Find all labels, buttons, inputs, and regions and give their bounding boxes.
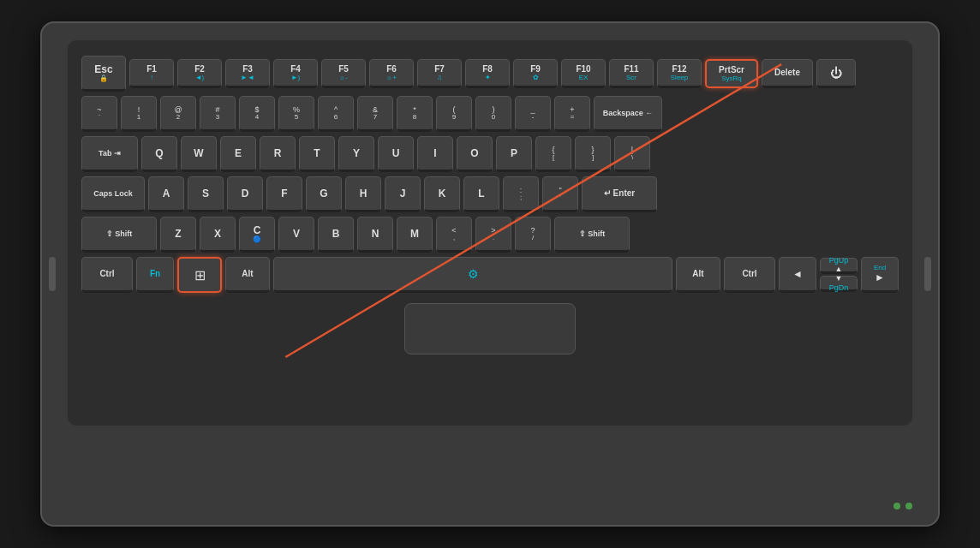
key-4[interactable]: $ 4 xyxy=(239,96,275,132)
key-l[interactable]: L xyxy=(463,176,499,212)
f4-sub: ►) xyxy=(291,74,301,81)
key-tab[interactable]: Tab ⇥ xyxy=(81,136,138,172)
key-u[interactable]: U xyxy=(378,136,414,172)
key-equals[interactable]: + = xyxy=(554,96,590,132)
key-w[interactable]: W xyxy=(181,136,217,172)
number-key-row: ~ ` ! 1 @ 2 # 3 $ 4 xyxy=(81,96,899,132)
key-p[interactable]: P xyxy=(496,136,532,172)
key-z[interactable]: Z xyxy=(160,217,196,253)
f9-sub: ✿ xyxy=(533,74,539,81)
key-n[interactable]: N xyxy=(357,217,393,253)
arrow-right-label: ► xyxy=(875,271,885,283)
key-win[interactable]: ⊞ xyxy=(177,257,222,293)
key-3[interactable]: # 3 xyxy=(200,96,236,132)
key-f10[interactable]: F10 EX xyxy=(561,59,606,88)
key-tilde[interactable]: ~ ` xyxy=(81,96,117,132)
key-5[interactable]: % 5 xyxy=(278,96,314,132)
key-delete[interactable]: Delete xyxy=(762,59,813,88)
j-label: J xyxy=(400,188,406,200)
quote-bottom: ' xyxy=(559,194,561,201)
key-alt-left[interactable]: Alt xyxy=(225,257,270,293)
key-semicolon[interactable]: : ; xyxy=(503,176,539,212)
key-f[interactable]: F xyxy=(266,176,302,212)
key-f4[interactable]: F4 ►) xyxy=(273,59,318,88)
a-label: A xyxy=(163,188,170,200)
key-f6[interactable]: F6 ☼+ xyxy=(369,59,414,88)
key-enter[interactable]: ↵ Enter xyxy=(582,176,657,212)
shiftr-label: ⇧ Shift xyxy=(579,229,606,239)
key-o[interactable]: O xyxy=(457,136,493,172)
key-slash[interactable]: ? / xyxy=(515,217,551,253)
key-g[interactable]: G xyxy=(306,176,342,212)
key-b[interactable]: B xyxy=(318,217,354,253)
key-f8[interactable]: F8 ✦ xyxy=(465,59,510,88)
key-comma[interactable]: < , xyxy=(436,217,472,253)
key-t[interactable]: T xyxy=(299,136,335,172)
key-q[interactable]: Q xyxy=(141,136,177,172)
key-arrow-left[interactable]: ◄ xyxy=(779,257,816,293)
q-label: Q xyxy=(155,147,163,159)
key-r[interactable]: R xyxy=(260,136,296,172)
v-label: V xyxy=(293,228,300,240)
key-d[interactable]: D xyxy=(227,176,263,212)
key0-bottom: 0 xyxy=(492,114,495,121)
touchpad[interactable] xyxy=(404,303,576,354)
key-f12[interactable]: F12 Sleep xyxy=(657,59,702,88)
key-7[interactable]: & 7 xyxy=(357,96,393,132)
key-arrow-right[interactable]: End ► xyxy=(861,257,899,293)
comma-bottom: , xyxy=(453,235,455,241)
key-minus[interactable]: _ - xyxy=(515,96,551,132)
key-f1[interactable]: F1 ↑ xyxy=(129,59,174,88)
rbracket-bottom: ] xyxy=(592,154,594,161)
key-capslock[interactable]: Caps Lock xyxy=(81,176,145,212)
r-label: R xyxy=(274,147,282,159)
key-ctrl-left[interactable]: Ctrl xyxy=(81,257,133,293)
key-shift-right[interactable]: ⇧ Shift xyxy=(554,217,630,253)
key-0[interactable]: ) 0 xyxy=(475,96,511,132)
key-prtscr[interactable]: PrtScr SysRq xyxy=(705,59,758,88)
key-f5[interactable]: F5 ☼- xyxy=(321,59,366,88)
key-6[interactable]: ^ 6 xyxy=(318,96,354,132)
key-arrow-down[interactable]: ▼ PgDn xyxy=(820,276,858,292)
key-ctrl-right[interactable]: Ctrl xyxy=(724,257,775,293)
key-y[interactable]: Y xyxy=(338,136,374,172)
key4-bottom: 4 xyxy=(255,114,259,121)
key-arrow-up[interactable]: PgUp ▲ xyxy=(820,258,858,274)
key-s[interactable]: S xyxy=(188,176,224,212)
key-i[interactable]: I xyxy=(417,136,453,172)
arrow-up-down-cluster: PgUp ▲ ▼ PgDn xyxy=(820,258,858,292)
key-9[interactable]: ( 9 xyxy=(436,96,472,132)
key-backspace[interactable]: Backspace ← xyxy=(594,96,662,132)
key-f7[interactable]: F7 ♫ xyxy=(417,59,462,88)
key-rbracket[interactable]: } ] xyxy=(575,136,611,172)
key-lbracket[interactable]: { [ xyxy=(535,136,571,172)
key-fn[interactable]: Fn xyxy=(136,257,174,293)
key-v[interactable]: V xyxy=(278,217,314,253)
arrow-down-label: ▼ xyxy=(835,274,843,283)
key-8[interactable]: * 8 xyxy=(397,96,433,132)
key3-bottom: 3 xyxy=(216,114,219,121)
key-k[interactable]: K xyxy=(424,176,460,212)
key-period[interactable]: > . xyxy=(475,217,511,253)
key-shift-left[interactable]: ⇧ Shift xyxy=(81,217,157,253)
key-f2[interactable]: F2 ◄) xyxy=(177,59,222,88)
key-h[interactable]: H xyxy=(345,176,381,212)
key-e[interactable]: E xyxy=(220,136,256,172)
key-1[interactable]: ! 1 xyxy=(121,96,157,132)
key-f3[interactable]: F3 ►◄ xyxy=(225,59,270,88)
key-f9[interactable]: F9 ✿ xyxy=(513,59,558,88)
key-c[interactable]: C 🔵 xyxy=(239,217,275,253)
key-quote[interactable]: " ' xyxy=(542,176,578,212)
key-x[interactable]: X xyxy=(200,217,236,253)
key-j[interactable]: J xyxy=(385,176,421,212)
key-f11[interactable]: F11 Scr xyxy=(609,59,654,88)
key-backslash[interactable]: | \ xyxy=(614,136,650,172)
key-a[interactable]: A xyxy=(148,176,184,212)
key-space[interactable]: ⚙ xyxy=(273,257,672,293)
key-alt-right[interactable]: Alt xyxy=(676,257,720,293)
key-esc[interactable]: Esc 🔒 xyxy=(81,56,126,92)
space-icon: ⚙ xyxy=(468,268,479,280)
key-m[interactable]: M xyxy=(397,217,433,253)
key-power[interactable]: ⏻ xyxy=(816,59,856,88)
key-2[interactable]: @ 2 xyxy=(160,96,196,132)
